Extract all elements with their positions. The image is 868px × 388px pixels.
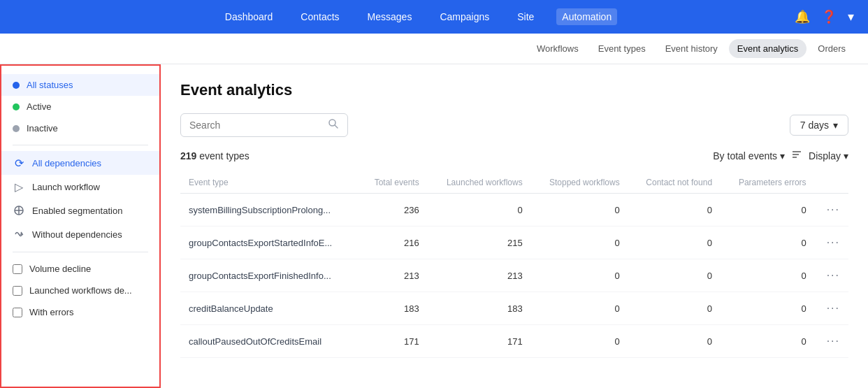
cell-total: 213 bbox=[359, 259, 428, 292]
volume-decline-checkbox[interactable] bbox=[13, 264, 22, 274]
subnav-orders[interactable]: Orders bbox=[809, 39, 854, 58]
sidebar-label-launch-workflow: Launch workflow bbox=[32, 182, 100, 192]
launch-workflow-icon: ▷ bbox=[13, 180, 25, 193]
top-nav-icons: 🔔 ❓ ▾ bbox=[795, 9, 854, 24]
cell-more-actions[interactable]: ··· bbox=[815, 292, 848, 325]
cell-launched: 215 bbox=[428, 227, 531, 259]
th-launched-workflows: Launched workflows bbox=[428, 172, 531, 194]
table-row: creditBalanceUpdate 183 183 0 0 0 ··· bbox=[180, 292, 848, 325]
nav-automation[interactable]: Automation bbox=[556, 8, 617, 25]
sidebar-item-volume-decline[interactable]: Volume decline bbox=[1, 258, 159, 280]
sidebar-item-all-dependencies[interactable]: ⟳ All dependencies bbox=[1, 151, 159, 175]
display-chevron-icon: ▾ bbox=[844, 150, 848, 161]
cell-event-type: groupContactsExportStartedInfoE... bbox=[180, 227, 359, 259]
cell-total: 236 bbox=[359, 194, 428, 227]
checkbox-section: Volume decline Launched workflows de... … bbox=[1, 258, 159, 323]
sort-by-label: By total events bbox=[713, 150, 777, 161]
page-title: Event analytics bbox=[180, 81, 848, 99]
chevron-down-icon[interactable]: ▾ bbox=[848, 9, 854, 24]
sidebar-label-all-statuses: All statuses bbox=[27, 80, 73, 90]
subnav-workflows[interactable]: Workflows bbox=[528, 39, 587, 58]
cell-event-type: calloutPausedOutOfCreditsEmail bbox=[180, 325, 359, 358]
main-content: Event analytics 7 days ▾ 219 e bbox=[161, 64, 868, 388]
cell-more-actions[interactable]: ··· bbox=[815, 227, 848, 259]
sidebar-label-all-dependencies: All dependencies bbox=[32, 158, 101, 168]
sidebar: All statuses Active Inactive ⟳ All depen… bbox=[0, 64, 161, 388]
top-nav-links: Dashboard Contacts Messages Campaigns Si… bbox=[42, 8, 795, 25]
search-box[interactable] bbox=[180, 113, 348, 137]
nav-contacts[interactable]: Contacts bbox=[295, 8, 345, 25]
search-input[interactable] bbox=[189, 120, 322, 131]
more-button[interactable]: ··· bbox=[827, 269, 840, 281]
cell-contact-not-found: 0 bbox=[628, 325, 721, 358]
display-label: Display bbox=[809, 150, 841, 161]
svg-line-4 bbox=[335, 125, 338, 128]
display-dropdown[interactable]: Display ▾ bbox=[809, 150, 848, 161]
sidebar-item-inactive[interactable]: Inactive bbox=[1, 117, 159, 139]
sidebar-item-launch-workflow[interactable]: ▷ Launch workflow bbox=[1, 175, 159, 199]
sidebar-item-enabled-segmentation[interactable]: Enabled segmentation bbox=[1, 199, 159, 222]
more-button[interactable]: ··· bbox=[827, 335, 840, 347]
cell-contact-not-found: 0 bbox=[628, 194, 721, 227]
sidebar-divider-2 bbox=[13, 252, 148, 252]
table-meta: 219 event types By total events ▾ Displa… bbox=[180, 148, 848, 164]
sidebar-item-active[interactable]: Active bbox=[1, 96, 159, 117]
segmentation-icon bbox=[13, 204, 25, 217]
help-icon[interactable]: ❓ bbox=[821, 9, 837, 24]
more-button[interactable]: ··· bbox=[827, 236, 840, 248]
cell-more-actions[interactable]: ··· bbox=[815, 194, 848, 227]
cell-launched: 213 bbox=[428, 259, 531, 292]
table-row: calloutPausedOutOfCreditsEmail 171 171 0… bbox=[180, 325, 848, 358]
event-count-number: 219 bbox=[180, 150, 196, 161]
sidebar-item-without-dependencies[interactable]: Without dependencies bbox=[1, 222, 159, 246]
cell-stopped: 0 bbox=[531, 325, 628, 358]
cell-event-type: groupContactsExportFinishedInfo... bbox=[180, 259, 359, 292]
cell-parameters-errors: 0 bbox=[721, 259, 815, 292]
sidebar-item-all-statuses[interactable]: All statuses bbox=[1, 74, 159, 96]
dot-gray-icon bbox=[13, 125, 20, 132]
nav-dashboard[interactable]: Dashboard bbox=[219, 8, 279, 25]
days-dropdown[interactable]: 7 days ▾ bbox=[790, 115, 848, 136]
launched-workflows-checkbox[interactable] bbox=[13, 286, 22, 296]
sort-controls: By total events ▾ Display ▾ bbox=[713, 148, 848, 164]
cell-contact-not-found: 0 bbox=[628, 259, 721, 292]
sidebar-item-launched-workflows[interactable]: Launched workflows de... bbox=[1, 280, 159, 301]
days-dropdown-label: 7 days bbox=[800, 120, 829, 131]
sort-order-icon[interactable] bbox=[790, 148, 803, 164]
table-row: groupContactsExportStartedInfoE... 216 2… bbox=[180, 227, 848, 259]
nav-campaigns[interactable]: Campaigns bbox=[434, 8, 495, 25]
cell-more-actions[interactable]: ··· bbox=[815, 325, 848, 358]
with-errors-checkbox[interactable] bbox=[13, 308, 22, 317]
toolbar: 7 days ▾ bbox=[180, 113, 848, 137]
bell-icon[interactable]: 🔔 bbox=[795, 9, 810, 24]
status-section: All statuses Active Inactive bbox=[1, 74, 159, 139]
cell-stopped: 0 bbox=[531, 227, 628, 259]
cell-launched: 183 bbox=[428, 292, 531, 325]
sort-dropdown[interactable]: By total events ▾ bbox=[713, 150, 785, 161]
sidebar-label-enabled-segmentation: Enabled segmentation bbox=[32, 206, 122, 216]
cell-parameters-errors: 0 bbox=[721, 227, 815, 259]
event-count-label: event types bbox=[199, 150, 249, 161]
cell-total: 183 bbox=[359, 292, 428, 325]
subnav-event-analytics[interactable]: Event analytics bbox=[729, 39, 806, 58]
search-icon bbox=[328, 118, 339, 132]
more-button[interactable]: ··· bbox=[827, 203, 840, 215]
table-row: systemBillingSubscriptionProlong... 236 … bbox=[180, 194, 848, 227]
more-button[interactable]: ··· bbox=[827, 302, 840, 314]
cell-parameters-errors: 0 bbox=[721, 292, 815, 325]
nav-messages[interactable]: Messages bbox=[362, 8, 418, 25]
cell-more-actions[interactable]: ··· bbox=[815, 259, 848, 292]
dependency-section: ⟳ All dependencies ▷ Launch workflow Ena… bbox=[1, 151, 159, 246]
nav-site[interactable]: Site bbox=[512, 8, 540, 25]
th-contact-not-found: Contact not found bbox=[628, 172, 721, 194]
sidebar-divider-1 bbox=[13, 145, 148, 145]
cell-stopped: 0 bbox=[531, 194, 628, 227]
cell-launched: 0 bbox=[428, 194, 531, 227]
data-table: Event type Total events Launched workflo… bbox=[180, 172, 848, 358]
subnav-event-history[interactable]: Event history bbox=[657, 39, 726, 58]
subnav-event-types[interactable]: Event types bbox=[590, 39, 654, 58]
sidebar-item-with-errors[interactable]: With errors bbox=[1, 301, 159, 323]
top-navigation: Dashboard Contacts Messages Campaigns Si… bbox=[0, 0, 868, 34]
table-row: groupContactsExportFinishedInfo... 213 2… bbox=[180, 259, 848, 292]
main-layout: All statuses Active Inactive ⟳ All depen… bbox=[0, 64, 868, 388]
